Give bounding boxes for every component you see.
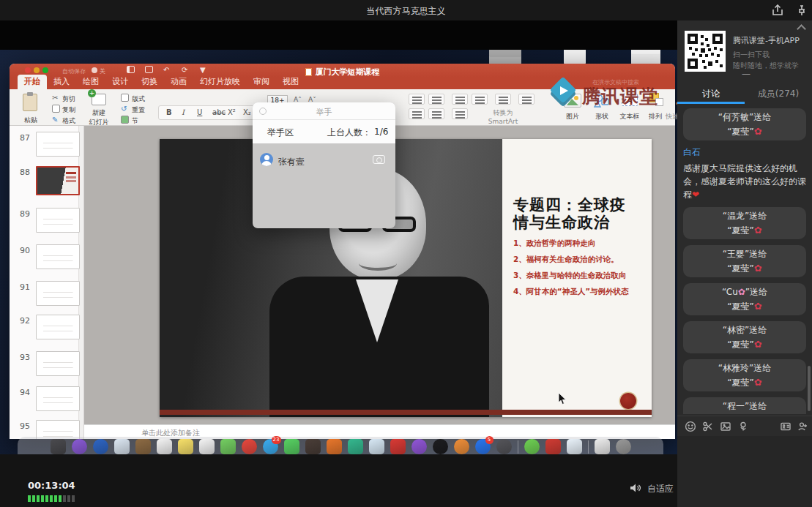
layout-label[interactable]: 版式 (132, 94, 145, 104)
quick-styles-label[interactable]: 快速样式 (661, 112, 677, 121)
slide-thumbnail-89[interactable] (36, 208, 80, 233)
strikethrough-button[interactable]: abc (212, 108, 226, 116)
bold-button[interactable]: B (166, 108, 172, 116)
dock-icon-tv[interactable] (390, 439, 406, 454)
desktop-file-icon[interactable] (631, 50, 660, 64)
align-left-button[interactable] (409, 108, 425, 119)
slide-thumbnail-88[interactable] (36, 166, 80, 195)
slide-thumbnail-94[interactable] (36, 386, 80, 411)
scissors-icon[interactable] (702, 421, 714, 432)
dock-icon-photos[interactable] (199, 439, 215, 454)
slide-thumbnail-90[interactable] (36, 244, 80, 269)
slide-thumbnail-87[interactable] (36, 132, 80, 157)
indent-decrease-button[interactable] (452, 94, 468, 105)
ribbon-tab-开始[interactable]: 开始 (18, 75, 47, 89)
quick-styles-icon[interactable] (674, 94, 677, 108)
reset-label[interactable]: 重置 (132, 105, 145, 115)
format-painter-icon[interactable]: ✎ (52, 116, 60, 124)
dock-icon-settings[interactable] (496, 439, 512, 454)
dock-icon-calendar[interactable] (157, 439, 172, 454)
desktop-file-icon[interactable] (564, 50, 586, 64)
dock-icon-app-store[interactable]: 5 (475, 439, 491, 454)
picture-icon[interactable] (564, 94, 581, 108)
chevron-up-icon[interactable] (797, 23, 805, 31)
sidebar-tab-discussion[interactable]: 讨论 (677, 82, 745, 104)
image-icon[interactable] (720, 421, 731, 432)
camera-icon[interactable] (373, 155, 385, 164)
dock-icon-podcasts[interactable] (411, 439, 427, 454)
ribbon-tab-幻灯片放映[interactable]: 幻灯片放映 (193, 75, 247, 89)
textbox-icon[interactable]: A (622, 94, 638, 106)
superscript-button[interactable]: X² (228, 108, 236, 116)
desktop-file-icon[interactable] (489, 50, 521, 64)
section-label[interactable]: 节 (132, 116, 138, 126)
slide-thumbnail-91[interactable] (36, 281, 80, 306)
current-slide[interactable]: 专题四：全球疫情与生命政治 1、政治哲学的两种走向2、福柯有关生命政治的讨论。3… (160, 139, 652, 417)
member-list-icon[interactable] (797, 421, 808, 432)
ribbon-tab-切换[interactable]: 切换 (135, 75, 164, 89)
ribbon-tab-动画[interactable]: 动画 (164, 75, 193, 89)
smartart-button[interactable]: 转换为SmartArt (484, 108, 522, 125)
dock-icon-trash[interactable] (616, 439, 631, 454)
dock-icon-books[interactable] (305, 439, 321, 454)
text-direction-button[interactable] (452, 108, 468, 119)
subscript-button[interactable]: X₂ (243, 108, 251, 116)
cut-label[interactable]: 剪切 (62, 94, 75, 104)
columns-button[interactable] (518, 94, 534, 105)
gift-flower-icon[interactable] (737, 421, 749, 432)
numbered-list-button[interactable] (428, 94, 444, 105)
dock-icon-notes[interactable] (178, 439, 193, 454)
ribbon-tab-视图[interactable]: 视图 (276, 75, 305, 89)
italic-button[interactable]: I (182, 108, 185, 116)
ribbon-tab-设计[interactable]: 设计 (105, 75, 135, 89)
section-icon[interactable] (121, 116, 129, 124)
dock-icon-music[interactable] (242, 439, 257, 454)
reset-icon[interactable]: ↺ (121, 105, 129, 113)
underline-button[interactable]: U (197, 108, 202, 116)
chat-scrollbar[interactable] (808, 366, 811, 411)
arrange-icon[interactable] (649, 93, 667, 107)
paste-label[interactable]: 粘贴 (20, 116, 42, 125)
quality-selector[interactable]: 自适应 (647, 483, 674, 495)
sidebar-tab-members[interactable]: 成员(274) (745, 82, 812, 104)
bullet-list-button[interactable] (409, 94, 425, 105)
dock-icon-mail[interactable] (114, 439, 130, 454)
ribbon-tab-插入[interactable]: 插入 (47, 75, 76, 89)
dock-icon-messages[interactable]: 23 (263, 439, 278, 454)
pin-icon[interactable] (795, 4, 808, 16)
collapse-dash[interactable]: — (742, 69, 750, 79)
paste-icon[interactable] (23, 94, 37, 111)
line-spacing-button[interactable] (495, 94, 511, 105)
raised-hand-row[interactable]: 张有壹 (253, 149, 395, 170)
dock-icon-books-orange[interactable] (454, 439, 469, 454)
dock-icon-powerpoint[interactable] (327, 439, 342, 454)
format-painter-label[interactable]: 格式 (62, 116, 75, 126)
dock-icon-wallet[interactable] (135, 439, 151, 454)
copy-label[interactable]: 复制 (62, 105, 75, 115)
ribbon-tab-绘图[interactable]: 绘图 (76, 75, 105, 89)
align-center-button[interactable] (428, 108, 444, 119)
dock-icon-keynote[interactable] (369, 439, 384, 454)
dock-icon-documents[interactable] (595, 439, 610, 454)
dock-icon-tencent-meeting[interactable] (545, 439, 561, 454)
share-icon[interactable] (771, 4, 784, 16)
new-slide-icon[interactable] (92, 94, 106, 105)
dock-icon-maps[interactable] (220, 439, 236, 454)
emoji-icon[interactable] (685, 421, 696, 432)
dock-icon-watch[interactable] (433, 439, 448, 454)
dock-icon-siri[interactable] (72, 439, 87, 454)
layout-icon[interactable] (121, 94, 129, 102)
member-card-icon[interactable] (780, 421, 791, 432)
dock-icon-safari[interactable] (93, 439, 108, 454)
slide-thumbnail-92[interactable] (36, 315, 80, 339)
ribbon-tab-审阅[interactable]: 审阅 (247, 75, 276, 89)
chat-input-area[interactable] (677, 436, 812, 507)
copy-icon[interactable] (52, 105, 60, 113)
speaker-icon[interactable] (630, 482, 641, 492)
dock-icon-numbers[interactable] (348, 439, 363, 454)
cut-icon[interactable]: ✂ (52, 94, 60, 102)
dock-icon-android-app[interactable] (524, 439, 540, 454)
new-slide-label[interactable]: 新建幻灯片 (86, 108, 112, 127)
slide-thumbnail-93[interactable] (36, 351, 80, 376)
dock-icon-tencent-classroom[interactable] (567, 439, 582, 454)
